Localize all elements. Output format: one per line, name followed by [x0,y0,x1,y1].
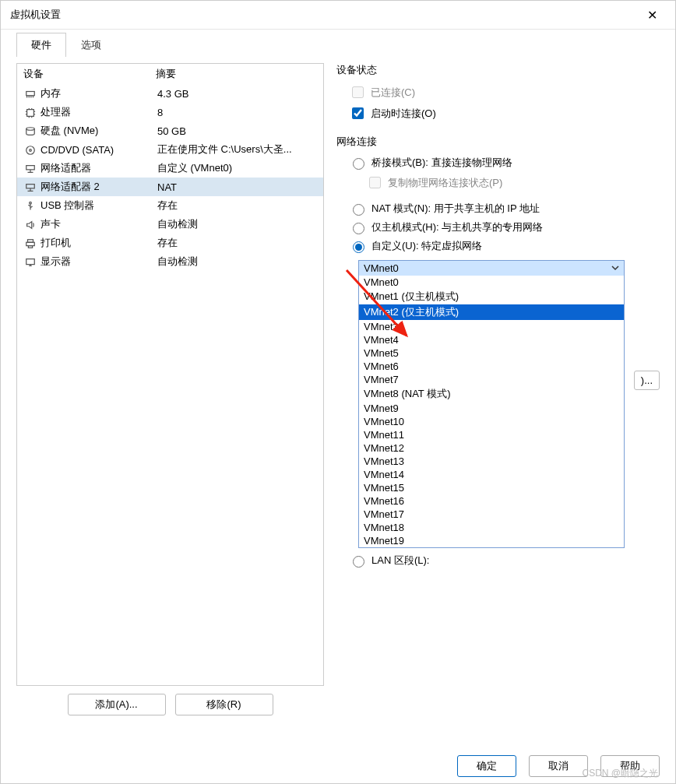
nat-label: NAT 模式(N): 用于共享主机的 IP 地址 [371,202,540,216]
device-row-usb[interactable]: USB 控制器存在 [17,196,323,215]
remove-device-button[interactable]: 移除(R) [175,694,273,715]
svg-rect-17 [26,165,35,169]
cancel-button[interactable]: 取消 [529,755,588,777]
svg-rect-27 [28,245,32,248]
replicate-checkbox-row: 复制物理网络连接状态(P) [336,172,660,193]
vmnet-option[interactable]: VMnet7 [359,373,624,386]
vmnet-option[interactable]: VMnet2 (仅主机模式) [359,304,624,320]
device-row-cpu[interactable]: 处理器8 [17,103,323,121]
ok-button[interactable]: 确定 [457,755,516,777]
device-row-disk[interactable]: 硬盘 (NVMe)50 GB [17,121,323,140]
vm-settings-window: 虚拟机设置 ✕ 硬件 选项 设备 摘要 内存4.3 GB处理器8硬盘 (NVMe… [0,0,676,784]
svg-rect-0 [26,91,35,95]
device-name: 声卡 [40,217,157,231]
device-name: 硬盘 (NVMe) [40,124,157,138]
lan-radio[interactable] [353,556,364,568]
chevron-down-icon [611,262,619,274]
device-summary: 自定义 (VMnet0) [157,161,320,175]
printer-icon [23,237,37,249]
lan-label: LAN 区段(L): [371,554,429,568]
svg-point-15 [26,146,35,155]
bridged-label: 桥接模式(B): 直接连接物理网络 [371,156,512,170]
device-name: CD/DVD (SATA) [40,144,157,156]
cpu-icon [23,106,37,118]
poweron-label: 启动时连接(O) [371,107,436,121]
right-panel: 设备状态 已连接(C) 启动时连接(O) 网络连接 桥接模式(B): 直接连接物… [336,63,660,715]
tab-options[interactable]: 选项 [66,33,116,57]
memory-icon [23,87,37,100]
bridged-radio[interactable] [353,158,364,170]
device-row-cd[interactable]: CD/DVD (SATA)正在使用文件 C:\Users\大圣... [17,140,323,159]
device-row-memory[interactable]: 内存4.3 GB [17,84,323,103]
device-row-printer[interactable]: 打印机存在 [17,234,323,252]
vmnet-option[interactable]: VMnet5 [359,346,624,360]
usb-icon [23,199,37,212]
replicate-checkbox [369,177,381,188]
network-connection-group: 网络连接 桥接模式(B): 直接连接物理网络 复制物理网络连接状态(P) NAT… [336,135,660,570]
footer-buttons: 确定 取消 帮助 [457,755,660,777]
device-list[interactable]: 设备 摘要 内存4.3 GB处理器8硬盘 (NVMe)50 GBCD/DVD (… [16,63,324,686]
device-summary: 自动检测 [157,255,320,269]
vmnet-option[interactable]: VMnet0 [359,276,624,289]
vmnet-option[interactable]: VMnet19 [359,534,624,547]
device-row-sound[interactable]: 声卡自动检测 [17,215,323,234]
vmnet-dropdown[interactable]: VMnet0 VMnet0VMnet1 (仅主机模式)VMnet2 (仅主机模式… [358,260,625,548]
window-title: 虚拟机设置 [10,8,638,22]
custom-radio[interactable] [353,241,364,253]
vmnet-option-list[interactable]: VMnet0VMnet1 (仅主机模式)VMnet2 (仅主机模式)VMnet3… [359,276,624,547]
net-icon [23,162,37,174]
vmnet-option[interactable]: VMnet15 [359,481,624,494]
vmnet-selected[interactable]: VMnet0 [359,261,624,276]
custom-label: 自定义(U): 特定虚拟网络 [371,239,482,253]
bridged-radio-row[interactable]: 桥接模式(B): 直接连接物理网络 [336,153,660,172]
lan-radio-row[interactable]: LAN 区段(L): [336,551,660,570]
tab-hardware[interactable]: 硬件 [16,33,66,57]
svg-rect-28 [26,258,35,264]
vmnet-option[interactable]: VMnet10 [359,415,624,428]
svg-point-14 [26,128,35,131]
vmnet-option[interactable]: VMnet16 [359,494,624,508]
vmnet-option[interactable]: VMnet11 [359,428,624,441]
vmnet-option[interactable]: VMnet6 [359,360,624,373]
device-summary: 50 GB [157,125,320,137]
sound-icon [23,218,37,230]
vmnet-option[interactable]: VMnet17 [359,508,624,521]
nat-radio-row[interactable]: NAT 模式(N): 用于共享主机的 IP 地址 [336,199,660,218]
vmnet-option[interactable]: VMnet8 (NAT 模式) [359,386,624,402]
hostonly-radio-row[interactable]: 仅主机模式(H): 与主机共享的专用网络 [336,218,660,237]
help-button[interactable]: 帮助 [600,755,660,777]
vmnet-option[interactable]: VMnet18 [359,521,624,534]
nat-radio[interactable] [353,204,364,216]
vmnet-option[interactable]: VMnet3 [359,320,624,333]
poweron-checkbox[interactable] [352,107,364,119]
hostonly-radio[interactable] [353,223,364,234]
device-summary: NAT [157,181,320,193]
vmnet-option[interactable]: VMnet14 [359,468,624,481]
device-name: 显示器 [40,255,157,269]
device-row-display[interactable]: 显示器自动检测 [17,252,323,271]
device-summary: 正在使用文件 C:\Users\大圣... [157,142,320,156]
header-device: 设备 [23,67,156,81]
poweron-checkbox-row[interactable]: 启动时连接(O) [336,103,660,124]
vmnet-option[interactable]: VMnet13 [359,455,624,468]
disk-icon [23,125,37,137]
svg-rect-5 [27,109,34,116]
connected-checkbox [352,86,364,98]
vmnet-option[interactable]: VMnet4 [359,333,624,346]
advanced-button[interactable]: )... [634,371,660,390]
device-list-header: 设备 摘要 [17,64,323,84]
vmnet-selected-label: VMnet0 [364,262,399,274]
add-device-button[interactable]: 添加(A)... [68,694,166,715]
device-row-net[interactable]: 网络适配器自定义 (VMnet0) [17,159,323,178]
device-status-group: 设备状态 已连接(C) 启动时连接(O) [336,63,660,124]
device-row-net-2[interactable]: 网络适配器 2NAT [17,178,323,196]
vmnet-option[interactable]: VMnet9 [359,402,624,415]
device-summary: 自动检测 [157,217,320,231]
vmnet-option[interactable]: VMnet1 (仅主机模式) [359,289,624,304]
connected-checkbox-row[interactable]: 已连接(C) [336,82,660,103]
custom-radio-row[interactable]: 自定义(U): 特定虚拟网络 [336,237,660,255]
device-name: 网络适配器 2 [40,180,157,194]
vmnet-option[interactable]: VMnet12 [359,441,624,455]
close-button[interactable]: ✕ [638,8,666,23]
device-summary: 存在 [157,199,320,213]
